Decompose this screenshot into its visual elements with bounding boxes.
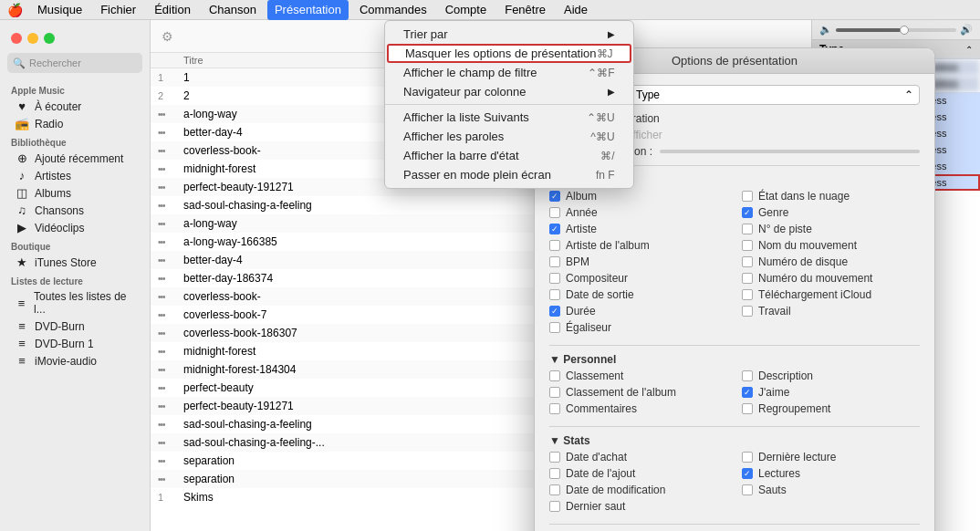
menu-aide[interactable]: Aide — [557, 0, 595, 20]
track-title: midnight-forest — [183, 345, 872, 358]
menu-fichier[interactable]: Fichier — [93, 0, 143, 20]
main-content: ⚙ Titre Album 11 22 •••a-long-way4:33 ••… — [151, 20, 980, 531]
menu-chanson[interactable]: Chanson — [202, 0, 264, 20]
menu-item-paroles[interactable]: Afficher les paroles ^⌘U — [385, 127, 633, 146]
menu-musique[interactable]: Musique — [30, 0, 89, 20]
menubar: 🍎 Musique Fichier Édition Chanson Présen… — [0, 0, 980, 20]
close-button[interactable] — [11, 33, 22, 44]
track-menu[interactable]: ••• — [158, 201, 183, 211]
track-title: sad-soul-chasing-a-feeling — [183, 199, 872, 212]
search-bar[interactable]: 🔍 Rechercher — [7, 53, 142, 73]
sidebar-item-dvd-burn[interactable]: ≡ DVD-Burn — [4, 318, 146, 335]
apple-icon[interactable]: 🍎 — [7, 3, 23, 17]
menu-item-masquer[interactable]: Masquer les options de présentation ⌘J — [387, 44, 631, 63]
track-menu[interactable]: ••• — [158, 310, 183, 320]
track-duration: 3:41 — [872, 181, 918, 193]
sidebar-item-a-ecouter[interactable]: ♥ À écouter — [4, 98, 146, 115]
menu-fenetre[interactable]: Fenêtre — [497, 0, 553, 20]
table-row[interactable]: •••sad-soul-chasing-a-feeling1:57 — [151, 196, 980, 214]
menu-compte[interactable]: Compte — [438, 0, 495, 20]
table-row[interactable]: •••coverless-book-74:24 — [151, 306, 980, 324]
track-menu[interactable]: ••• — [158, 237, 183, 247]
menu-item-navigateur[interactable]: Navigateur par colonne ▶ — [385, 82, 633, 101]
menu-item-label: Passer en mode plein écran — [403, 168, 551, 182]
track-menu[interactable]: ••• — [158, 255, 183, 266]
menu-presentation[interactable]: Présentation — [267, 0, 349, 20]
minimize-button[interactable] — [27, 33, 38, 44]
table-row[interactable]: 1Skims3:02 — [151, 488, 980, 506]
sidebar-item-ajoute-recemment[interactable]: ⊕ Ajouté récemment — [4, 150, 146, 167]
track-menu[interactable]: ••• — [158, 182, 183, 193]
sidebar-item-label: À écouter — [35, 100, 81, 113]
playlist-icon: ≡ — [15, 319, 29, 333]
table-row[interactable]: •••sad-soul-chasing-a-feeling-...1:57 — [151, 433, 980, 452]
sidebar-item-albums[interactable]: ◫ Albums — [4, 184, 146, 202]
menu-commandes[interactable]: Commandes — [352, 0, 434, 20]
track-menu[interactable]: ••• — [158, 438, 183, 448]
track-duration: 2:20 — [872, 473, 918, 485]
songs-icon: ♫ — [15, 203, 29, 217]
sidebar-item-label: Ajouté récemment — [35, 152, 123, 165]
track-menu[interactable]: ••• — [158, 347, 183, 357]
table-row[interactable]: •••separation2:20 — [151, 452, 980, 470]
track-menu[interactable]: ••• — [158, 219, 183, 229]
sidebar-item-radio[interactable]: 📻 Radio — [4, 115, 146, 132]
sidebar-item-videoclips[interactable]: ▶ Vidéoclips — [4, 219, 146, 236]
table-row[interactable]: •••perfect-beauty-1912717:20 — [151, 397, 980, 415]
table-row[interactable]: •••a-long-way4:33 — [151, 214, 980, 233]
menu-edition[interactable]: Édition — [147, 0, 198, 20]
track-menu[interactable]: ••• — [158, 328, 183, 338]
track-menu[interactable]: ••• — [158, 420, 183, 430]
track-number: 2 — [158, 90, 183, 101]
track-title: sad-soul-chasing-a-feeling-... — [183, 436, 872, 449]
sidebar-item-dvd-burn-1[interactable]: ≡ DVD-Burn 1 — [4, 335, 146, 352]
table-row[interactable]: •••perfect-beauty7:20 — [151, 379, 980, 397]
track-menu[interactable]: ••• — [158, 365, 183, 375]
track-menu[interactable]: ••• — [158, 274, 183, 284]
track-duration: 1:31 — [872, 126, 918, 139]
sidebar-item-label: Artistes — [35, 170, 71, 182]
sidebar-item-label: DVD-Burn — [35, 320, 85, 333]
sidebar-item-chansons[interactable]: ♫ Chansons — [4, 202, 146, 219]
sidebar-item-artistes[interactable]: ♪ Artistes — [4, 167, 146, 184]
settings-icon[interactable]: ⚙ — [162, 29, 173, 44]
sidebar-item-imovie-audio[interactable]: ≡ iMovie-audio — [4, 352, 146, 370]
track-menu[interactable]: ••• — [158, 474, 183, 484]
menu-item-champ-filtre[interactable]: Afficher le champ de filtre ⌃⌘F — [385, 63, 633, 82]
table-row[interactable]: •••better-day-41:31 — [151, 251, 980, 269]
table-row[interactable]: •••midnight-forest-1843042:48 — [151, 360, 980, 379]
section-label-boutique: Boutique — [0, 236, 150, 254]
table-row[interactable]: •••sad-soul-chasing-a-feeling1:57 — [151, 415, 980, 433]
table-row[interactable]: •••a-long-way-1663854:33 — [151, 233, 980, 251]
track-duration: 2:20 — [872, 454, 918, 467]
menu-shortcut: ⌃⌘U — [587, 111, 615, 124]
table-row[interactable]: •••coverless-book-1863074:24 — [151, 324, 980, 342]
sidebar-item-label: Chansons — [35, 204, 84, 217]
track-menu[interactable]: ••• — [158, 164, 183, 174]
track-menu[interactable]: ••• — [158, 383, 183, 393]
maximize-button[interactable] — [44, 33, 55, 44]
track-menu[interactable]: ••• — [158, 109, 183, 120]
sidebar-item-label: Radio — [35, 118, 63, 130]
videoclips-icon: ▶ — [15, 221, 29, 234]
menu-shortcut: ⌘J — [597, 47, 613, 60]
menu-item-plein-ecran[interactable]: Passer en mode plein écran fn F — [385, 165, 633, 184]
track-menu[interactable]: ••• — [158, 146, 183, 156]
track-duration: 7:20 — [872, 400, 918, 412]
menu-item-barre-etat[interactable]: Afficher la barre d'état ⌘/ — [385, 146, 633, 165]
menu-item-trier-par[interactable]: Trier par ▶ — [385, 25, 633, 44]
track-menu[interactable]: ••• — [158, 292, 183, 302]
table-row[interactable]: •••midnight-forest2:48 — [151, 342, 980, 360]
track-menu[interactable]: ••• — [158, 401, 183, 411]
sidebar-item-itunes-store[interactable]: ★ iTunes Store — [4, 254, 146, 271]
track-duration: 2:48 — [872, 162, 918, 175]
table-row[interactable]: •••separation2:20 — [151, 470, 980, 488]
menu-item-liste-suivants[interactable]: Afficher la liste Suivants ⌃⌘U — [385, 108, 633, 127]
table-row[interactable]: •••better-day-1863741:31 — [151, 269, 980, 287]
table-row[interactable]: •••coverless-book-4:24 — [151, 287, 980, 306]
track-menu[interactable]: ••• — [158, 456, 183, 466]
track-menu[interactable]: ••• — [158, 128, 183, 138]
track-duration: 2:48 — [872, 363, 918, 376]
menu-shortcut: ⌃⌘F — [588, 67, 614, 79]
sidebar-item-toutes-listes[interactable]: ≡ Toutes les listes de l... — [4, 288, 146, 318]
